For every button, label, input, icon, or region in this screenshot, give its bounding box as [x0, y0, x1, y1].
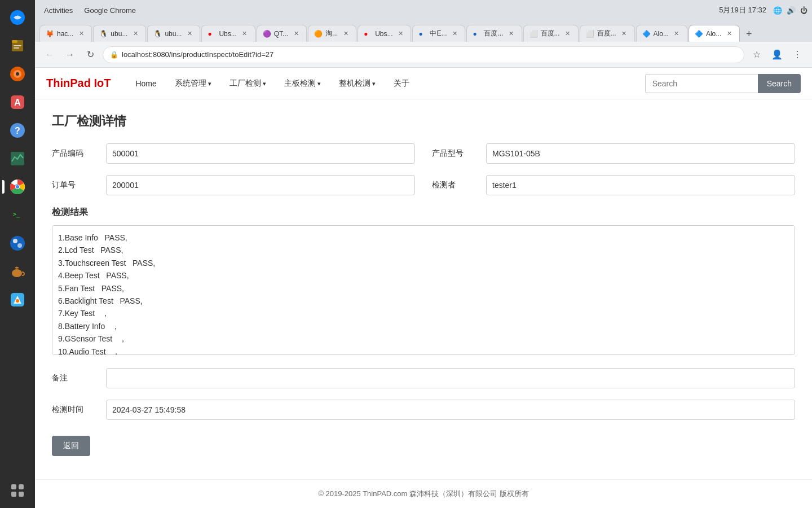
tab-close-13[interactable]: ✕	[725, 29, 734, 38]
browser-tab-12[interactable]: 🔷 Alo... ✕	[636, 25, 687, 42]
bookmark-button[interactable]: ☆	[749, 47, 765, 63]
tab-close-1[interactable]: ✕	[77, 29, 86, 38]
browser-tab-8[interactable]: ● 中E... ✕	[412, 25, 465, 42]
page-footer: © 2019-2025 ThinPAD.com 森沛科技（深圳）有限公司 版权所…	[35, 479, 812, 508]
tab-close-3[interactable]: ✕	[185, 29, 194, 38]
forward-button[interactable]: →	[62, 47, 78, 63]
browser-tab-7[interactable]: ● Ubs... ✕	[358, 25, 411, 42]
monitor-icon[interactable]	[5, 146, 30, 172]
nav-board-inspect[interactable]: 主板检测	[276, 74, 329, 93]
browser-tab-2[interactable]: 🐧 ubu... ✕	[93, 25, 146, 42]
menu-button[interactable]: ⋮	[789, 47, 805, 63]
nav-home[interactable]: Home	[127, 75, 164, 93]
tab-title-10: 百度...	[541, 29, 560, 38]
profile-button[interactable]: 👤	[769, 47, 785, 63]
help-icon[interactable]: ?	[5, 117, 30, 143]
svg-rect-2	[12, 40, 17, 43]
svg-point-7	[16, 72, 19, 76]
browser-tab-13[interactable]: 🔷 Alo... ✕	[689, 25, 740, 42]
tab-title-8: 中E...	[430, 29, 447, 38]
back-button[interactable]: ←	[42, 47, 58, 63]
nav-factory-inspect[interactable]: 工厂检测	[222, 74, 274, 93]
tab-title-4: Ubs...	[219, 30, 236, 38]
order-number-input[interactable]	[106, 175, 415, 195]
reload-button[interactable]: ↻	[82, 47, 98, 63]
grid-icon[interactable]	[5, 478, 30, 503]
tab-close-4[interactable]: ✕	[240, 29, 249, 38]
browser-tab-6[interactable]: 🟠 淘... ✕	[308, 25, 356, 42]
product-model-input[interactable]	[486, 143, 795, 164]
tab-title-11: 百度...	[597, 29, 616, 38]
nav-sys-manage[interactable]: 系统管理	[167, 74, 219, 93]
browser-tab-5[interactable]: 🟣 QT... ✕	[257, 25, 307, 42]
activities-button[interactable]: Activities	[39, 4, 77, 17]
product-code-label: 产品编码	[52, 148, 97, 159]
form-row-2: 订单号 检测者	[52, 175, 795, 195]
tab-close-12[interactable]: ✕	[672, 29, 681, 38]
browser-tab-10[interactable]: ⬜ 百度... ✕	[523, 25, 579, 42]
krita-icon[interactable]	[5, 287, 30, 313]
svg-text:A: A	[14, 98, 21, 107]
tab-close-8[interactable]: ✕	[450, 29, 459, 38]
tab-close-2[interactable]: ✕	[131, 29, 140, 38]
tab-title-13: Alo...	[706, 30, 721, 38]
svg-point-24	[16, 299, 19, 303]
tab-favicon-9: ●	[473, 30, 480, 38]
remark-label: 备注	[52, 373, 97, 383]
product-code-input[interactable]	[106, 143, 415, 164]
appstore-icon[interactable]: A	[5, 89, 30, 115]
inspect-time-row: 检测时间	[52, 400, 795, 420]
svg-rect-25	[11, 484, 16, 489]
back-button[interactable]: 返回	[52, 436, 90, 456]
tab-close-6[interactable]: ✕	[341, 29, 350, 38]
chrome-icon[interactable]	[5, 174, 30, 200]
power-icon: ⏻	[800, 6, 807, 15]
terminal-icon[interactable]: >_	[5, 202, 30, 228]
browser-tab-1[interactable]: 🦊 hac... ✕	[39, 25, 92, 42]
browser-tab-4[interactable]: ● Ubs... ✕	[201, 25, 255, 42]
page-title: 工厂检测详情	[52, 113, 795, 130]
tab-favicon-3: 🐧	[153, 30, 161, 38]
tab-title-1: hac...	[57, 30, 73, 38]
app-logo: ThinPad IoT	[46, 77, 111, 90]
remark-row: 备注	[52, 368, 795, 388]
svg-point-22	[12, 269, 22, 277]
inspect-time-input[interactable]	[106, 400, 795, 420]
nav-about[interactable]: 关于	[386, 74, 417, 93]
tab-close-9[interactable]: ✕	[507, 29, 516, 38]
browser-tab-9[interactable]: ● 百度... ✕	[466, 25, 522, 42]
tab-favicon-2: 🐧	[99, 30, 107, 38]
remark-input[interactable]	[106, 368, 795, 388]
rhythmbox-icon[interactable]	[5, 61, 30, 87]
search-input[interactable]	[645, 74, 758, 93]
appimagekit-icon[interactable]	[5, 230, 30, 256]
files-icon[interactable]	[5, 33, 30, 59]
tab-close-7[interactable]: ✕	[396, 29, 405, 38]
tabs-bar: 🦊 hac... ✕ 🐧 ubu... ✕ 🐧 ubu... ✕ ● Ubs..…	[35, 20, 812, 42]
svg-text:>_: >_	[13, 211, 20, 218]
search-button[interactable]: Search	[758, 74, 801, 93]
tab-favicon-4: ●	[208, 30, 215, 38]
tab-title-5: QT...	[274, 30, 288, 38]
main-content: 工厂检测详情 产品编码 产品型号 订单号 检测者 检测	[35, 99, 812, 479]
inspector-input[interactable]	[486, 175, 795, 195]
tab-close-5[interactable]: ✕	[292, 29, 301, 38]
tab-favicon-7: ●	[364, 30, 372, 38]
teapot-icon[interactable]	[5, 259, 30, 284]
tab-close-10[interactable]: ✕	[563, 29, 572, 38]
tab-close-11[interactable]: ✕	[620, 29, 629, 38]
chrome-titlebar: Activities Google Chrome 5月19日 17:32 🌐 🔊…	[35, 0, 812, 20]
url-bar[interactable]: 🔒 localhost:8080/ins/productInspect/toEd…	[103, 46, 744, 63]
browser-tab-11[interactable]: ⬜ 百度... ✕	[580, 25, 635, 42]
form-group-product-model: 产品型号	[432, 143, 795, 164]
tab-favicon-6: 🟠	[314, 30, 322, 38]
nav-full-inspect[interactable]: 整机检测	[331, 74, 383, 93]
search-container: Search	[645, 74, 801, 93]
new-tab-button[interactable]: +	[741, 26, 757, 42]
browser-tab-3[interactable]: 🐧 ubu... ✕	[147, 25, 200, 42]
svg-point-20	[13, 239, 17, 243]
svg-point-16	[16, 185, 19, 189]
result-textarea[interactable]	[52, 225, 795, 355]
svg-point-21	[17, 243, 22, 248]
thunderbird-icon[interactable]	[5, 5, 30, 30]
